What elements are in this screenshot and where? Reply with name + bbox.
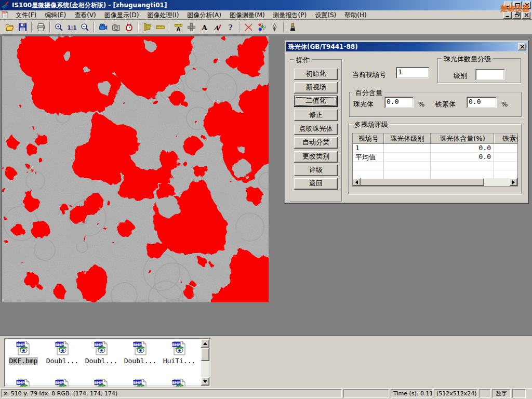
save-button[interactable] — [16, 21, 29, 33]
curve-tool-icon — [244, 22, 254, 32]
grade-button[interactable]: 评级 — [294, 165, 338, 176]
file-name[interactable]: DKF.bmp — [9, 357, 38, 365]
status-empty — [512, 389, 526, 398]
file-name[interactable]: Doubl... — [46, 357, 79, 365]
pick-pearlite-button[interactable]: 点取珠光体 — [294, 124, 338, 135]
new-field-button[interactable]: 新视场 — [294, 82, 338, 94]
scrollbar-track[interactable] — [484, 178, 510, 186]
close-icon — [525, 2, 529, 9]
caliper-icon — [143, 23, 152, 32]
pen-tool-button[interactable] — [268, 21, 281, 33]
menu-view[interactable]: 查看(V) — [70, 10, 100, 20]
col-field-number[interactable]: 视场号 — [353, 134, 384, 144]
menu-image-process[interactable]: 图像处理(I) — [143, 10, 183, 20]
auto-classify-button[interactable]: 自动分类 — [294, 137, 338, 149]
capture-button[interactable] — [110, 21, 123, 33]
annotate-tool-button[interactable]: A — [211, 21, 224, 33]
toolbar: 1:1 A A A ? 123 — [0, 20, 532, 34]
return-button[interactable]: 返回 — [294, 178, 338, 190]
file-item[interactable]: BMP Doubl... — [44, 340, 81, 365]
file-list[interactable]: BMP DKF.bmp BMP Doubl... BMP Doubl... BM… — [4, 338, 210, 387]
binarize-button[interactable]: 二值化 — [294, 96, 338, 107]
col-pearlite-level[interactable]: 珠光体级别 — [384, 134, 431, 144]
ferrite-unit: % — [501, 100, 508, 108]
grading-group-label: 珠光体数量分级 — [442, 55, 493, 64]
menu-file[interactable]: 文件(F) — [11, 10, 41, 20]
timer-clock-icon — [125, 23, 134, 32]
cell-pearlite: 0.0 — [431, 153, 494, 162]
change-class-button[interactable]: 更改类别 — [294, 151, 338, 163]
table-row[interactable]: 平均值 0.0 — [353, 153, 517, 162]
scrollbar-thumb[interactable] — [361, 178, 484, 186]
grid-pattern-button[interactable] — [185, 21, 198, 33]
maximize-button[interactable] — [513, 2, 522, 9]
ferrite-label: 铁素体 — [435, 100, 456, 109]
menu-image-analysis[interactable]: 图像分析(A) — [183, 10, 225, 20]
file-name[interactable]: HuiTi... — [163, 357, 196, 365]
maximize-icon — [515, 2, 520, 9]
menu-image-display[interactable]: 图像显示(D) — [100, 10, 143, 20]
col-ferrite-content[interactable]: 铁素体含量(%) — [494, 134, 518, 144]
file-item[interactable]: BMP DKF.bmp — [5, 340, 42, 365]
file-item[interactable]: BMP Doubl... — [83, 340, 120, 365]
menu-measure-report[interactable]: 测量报告(P) — [269, 10, 311, 20]
file-name[interactable]: Doubl... — [85, 357, 118, 365]
menu-settings[interactable]: 设置(S) — [311, 10, 340, 20]
particle-count-button[interactable]: 123 — [255, 21, 268, 33]
scroll-left-button[interactable] — [353, 178, 361, 186]
mdi-restore-button[interactable] — [513, 12, 521, 19]
zoom-actual-size-button[interactable]: 1:1 — [65, 21, 78, 33]
dialog-title-bar[interactable]: 珠光体(GB/T9441-88) — [286, 42, 527, 51]
measure-annotation-button[interactable]: A — [172, 21, 185, 33]
svg-text:DOC: DOC — [2, 11, 6, 14]
dialog-close-button[interactable] — [518, 43, 526, 50]
mdi-minimize-button[interactable] — [503, 12, 512, 19]
close-button[interactable] — [523, 2, 531, 9]
menu-help[interactable]: 帮助(H) — [340, 10, 370, 20]
curve-tool-button[interactable] — [242, 21, 255, 33]
file-item[interactable]: BMP HuiTi... — [161, 340, 198, 365]
table-row[interactable]: 1 0.0 — [353, 144, 517, 153]
caliper-measure-button[interactable] — [141, 21, 154, 33]
save-icon — [18, 23, 27, 32]
current-field-input[interactable]: 1 — [396, 67, 429, 78]
multi-field-table[interactable]: 视场号 珠光体级别 珠光体含量(%) 铁素体含量(%) 1 0.0 平均值 0.… — [352, 133, 518, 187]
table-h-scrollbar[interactable] — [353, 178, 517, 186]
toolbar-separator — [138, 22, 139, 32]
status-cursor-position: x: 510 y: 79 idx: 0 RGB: (174, 174, 174) — [1, 389, 342, 398]
zoom-in-button[interactable] — [52, 21, 65, 33]
menu-edit[interactable]: 编辑(E) — [41, 10, 70, 20]
scrollbar-thumb[interactable] — [201, 348, 209, 361]
file-list-v-scrollbar[interactable] — [201, 339, 209, 385]
current-field-label: 当前视场号 — [352, 70, 386, 79]
file-item[interactable]: BMP Doubl... — [122, 340, 159, 365]
scroll-up-button[interactable] — [201, 339, 209, 348]
micrograph-image[interactable] — [1, 36, 268, 302]
brush-tool-button[interactable] — [286, 21, 299, 33]
print-button[interactable] — [34, 21, 47, 33]
help-button[interactable]: ? — [224, 21, 237, 33]
pearlite-percent-input[interactable]: 0.0 — [384, 97, 414, 108]
mdi-close-button[interactable] — [522, 12, 530, 19]
zoom-out-button[interactable] — [78, 21, 91, 33]
menu-image-measure[interactable]: 图像测量(M) — [225, 10, 269, 20]
col-pearlite-content[interactable]: 珠光体含量(%) — [431, 134, 494, 144]
svg-text:BMP: BMP — [16, 381, 24, 385]
timer-button[interactable] — [123, 21, 136, 33]
bmp-file-icon: BMP — [54, 340, 71, 356]
ferrite-percent-input[interactable]: 0.0 — [467, 97, 497, 108]
minimize-button[interactable] — [504, 2, 512, 9]
file-name[interactable]: Doubl... — [124, 357, 157, 365]
live-video-button[interactable] — [97, 21, 110, 33]
grade-level-input[interactable] — [475, 69, 504, 80]
bmp-file-icon: BMP — [92, 340, 110, 356]
scroll-down-button[interactable] — [201, 377, 209, 385]
init-button[interactable]: 初始化 — [294, 69, 338, 80]
open-file-button[interactable] — [3, 21, 16, 33]
scroll-right-button[interactable] — [510, 178, 517, 186]
table-header-row: 视场号 珠光体级别 珠光体含量(%) 铁素体含量(%) — [353, 134, 517, 144]
ruler-measure-button[interactable] — [154, 21, 167, 33]
text-tool-button[interactable]: A — [198, 21, 211, 33]
correct-button[interactable]: 修正 — [294, 110, 338, 121]
document-icon[interactable]: DOC — [1, 10, 9, 20]
